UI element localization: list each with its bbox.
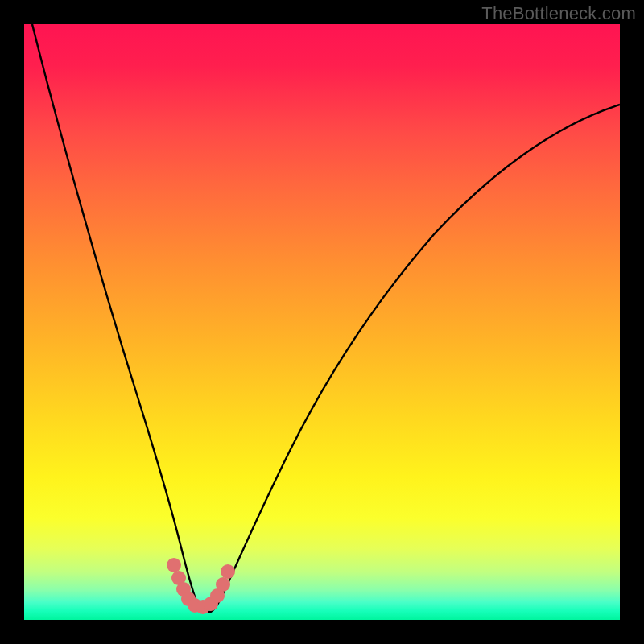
bottleneck-curve — [32, 24, 620, 612]
svg-point-8 — [216, 577, 230, 592]
highlight-dots — [167, 558, 235, 614]
plot-area — [24, 24, 620, 620]
chart-frame: TheBottleneck.com — [0, 0, 644, 644]
watermark-text: TheBottleneck.com — [481, 3, 636, 24]
svg-point-9 — [221, 564, 235, 579]
curve-layer — [24, 24, 620, 620]
svg-point-0 — [167, 558, 181, 572]
